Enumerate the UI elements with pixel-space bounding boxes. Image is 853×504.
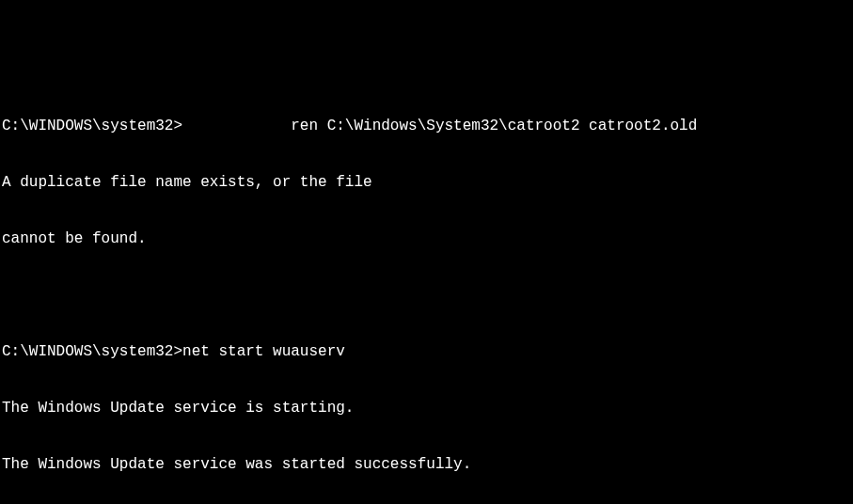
command-line: C:\WINDOWS\system32> ren C:\Windows\Syst… xyxy=(2,117,851,135)
output-line: The Windows Update service was started s… xyxy=(2,455,851,474)
output-line: The Windows Update service is starting. xyxy=(2,399,851,417)
output-line: cannot be found. xyxy=(2,229,851,248)
command-line: C:\WINDOWS\system32>net start wuauserv xyxy=(2,342,851,361)
command-text: net start wuauserv xyxy=(182,343,345,360)
prompt: C:\WINDOWS\system32> xyxy=(2,118,182,134)
output-line: A duplicate file name exists, or the fil… xyxy=(2,173,851,192)
prompt: C:\WINDOWS\system32> xyxy=(2,343,182,360)
terminal-window[interactable]: C:\WINDOWS\system32> ren C:\Windows\Syst… xyxy=(2,79,851,504)
command-spacing xyxy=(182,118,291,134)
blank-line xyxy=(2,286,851,305)
command-text: ren C:\Windows\System32\catroot2 catroot… xyxy=(291,118,697,134)
